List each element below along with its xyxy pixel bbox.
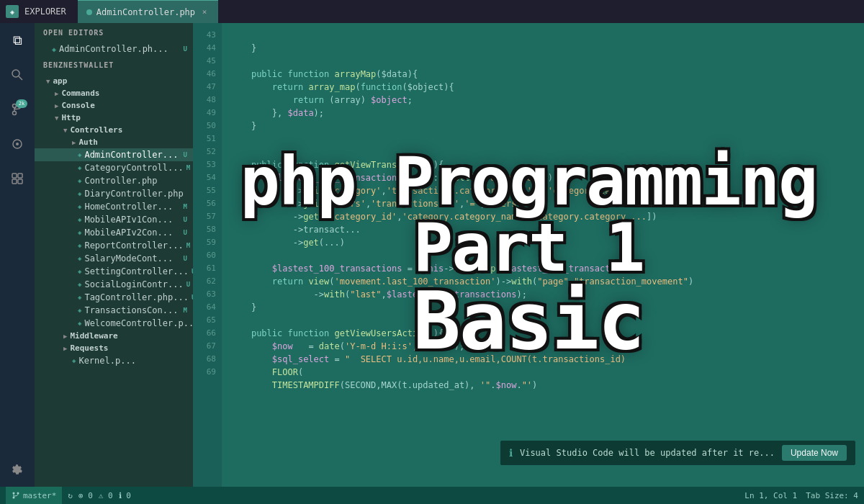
code-content: } public function arrayMap($data){ retur… bbox=[222, 23, 864, 487]
explorer-label: EXPLORER bbox=[24, 6, 66, 17]
update-now-button[interactable]: Update Now bbox=[782, 445, 847, 461]
sidebar-group-commands[interactable]: ▶ Commands bbox=[35, 87, 193, 99]
status-bar-left: master* ↻ ⊗ 0 ⚠ 0 ℹ 0 bbox=[6, 487, 131, 504]
update-notification: ℹ Visual Studio Code will be updated aft… bbox=[500, 441, 855, 465]
svg-point-12 bbox=[13, 492, 15, 495]
sidebar-group-http[interactable]: ▼ Http bbox=[35, 112, 193, 124]
title-bar: ◈ EXPLORER AdminController.php × bbox=[0, 0, 864, 23]
status-warnings[interactable]: ⚠ 0 bbox=[99, 491, 113, 500]
tab-filename: AdminController.php bbox=[96, 7, 195, 17]
line-numbers: 43 44 45 46 47 48 49 50 51 52 53 54 55 5… bbox=[193, 23, 222, 487]
activity-source-control-icon[interactable]: 2k bbox=[6, 98, 29, 121]
activity-extensions-icon[interactable] bbox=[6, 167, 29, 190]
status-info[interactable]: ℹ 0 bbox=[119, 491, 131, 500]
sidebar-item-mobileapiv2[interactable]: ◈ MobileAPIv2Con... U bbox=[35, 226, 193, 239]
status-tab-size[interactable]: Tab Size: 4 bbox=[806, 491, 858, 500]
editor-area: 43 44 45 46 47 48 49 50 51 52 53 54 55 5… bbox=[193, 23, 864, 487]
svg-point-7 bbox=[16, 143, 19, 145]
notification-info-icon: ℹ bbox=[509, 447, 513, 459]
app-container: ◈ EXPLORER AdminController.php × ⧉ bbox=[0, 0, 864, 504]
svg-line-1 bbox=[19, 76, 22, 80]
svg-point-13 bbox=[17, 492, 19, 495]
sidebar-item-settingcontroller[interactable]: ◈ SettingController... U bbox=[35, 265, 193, 278]
sidebar-item-homecontroller[interactable]: ◈ HomeController... M bbox=[35, 200, 193, 213]
activity-debug-icon[interactable] bbox=[6, 132, 29, 156]
sidebar-item-kernel[interactable]: ◈ Kernel.p... bbox=[35, 354, 193, 367]
sidebar: OPEN EDITORS ◈ AdminController.ph... U B… bbox=[35, 23, 193, 487]
sidebar-group-console[interactable]: ▶ Console bbox=[35, 99, 193, 112]
activity-bar: ⧉ 2k bbox=[0, 23, 35, 487]
source-control-badge: 2k bbox=[16, 99, 27, 108]
sidebar-item-transactionscon[interactable]: ◈ TransactionsCon... M bbox=[35, 304, 193, 317]
app-icon: ◈ bbox=[6, 5, 19, 18]
activity-files-icon[interactable]: ⧉ bbox=[6, 29, 29, 52]
editor-tab[interactable]: AdminController.php × bbox=[78, 0, 218, 23]
sidebar-item-reportcontroller[interactable]: ◈ ReportController... M bbox=[35, 239, 193, 252]
sidebar-group-middleware[interactable]: ▶ Middleware bbox=[35, 330, 193, 342]
sidebar-item-categorycontroller[interactable]: ◈ CategoryControll... M bbox=[35, 161, 193, 174]
status-position[interactable]: Ln 1, Col 1 bbox=[744, 491, 797, 500]
tab-close-button[interactable]: × bbox=[199, 7, 210, 17]
tab-modified-dot bbox=[86, 9, 92, 15]
sidebar-group-app[interactable]: ▼ app bbox=[35, 75, 193, 87]
sidebar-group-controllers[interactable]: ▼ Controllers bbox=[35, 124, 193, 136]
workspace-header: BENZNESTWALLET bbox=[35, 55, 193, 75]
open-editors-header: OPEN EDITORS bbox=[35, 23, 193, 42]
status-errors[interactable]: ⊗ 0 bbox=[78, 491, 93, 500]
sidebar-item-controller[interactable]: ◈ Controller.php bbox=[35, 174, 193, 187]
branch-name: master* bbox=[23, 491, 56, 500]
sidebar-commands-label: Commands bbox=[61, 89, 99, 98]
sidebar-item-salarymode[interactable]: ◈ SalaryModeCont... U bbox=[35, 252, 193, 265]
status-bar: master* ↻ ⊗ 0 ⚠ 0 ℹ 0 Ln 1, Col 1 Tab Si… bbox=[0, 487, 864, 504]
svg-rect-9 bbox=[18, 174, 22, 178]
sidebar-group-auth[interactable]: ▶ Auth bbox=[35, 136, 193, 148]
sidebar-item-tagcontroller[interactable]: ◈ TagController.php... U bbox=[35, 291, 193, 304]
svg-rect-11 bbox=[18, 179, 22, 184]
sidebar-group-requests[interactable]: ▶ Requests bbox=[35, 342, 193, 354]
svg-point-14 bbox=[13, 497, 15, 499]
sidebar-item-mobileapiv1[interactable]: ◈ MobileAPIv1Con... U bbox=[35, 213, 193, 226]
notification-message: Visual Studio Code will be updated after… bbox=[520, 448, 775, 458]
svg-rect-8 bbox=[12, 174, 17, 178]
sidebar-item-welcomecontroller[interactable]: ◈ WelcomeController.p... bbox=[35, 317, 193, 330]
activity-settings-icon[interactable] bbox=[6, 458, 29, 481]
svg-rect-10 bbox=[12, 179, 17, 184]
status-bar-right: Ln 1, Col 1 Tab Size: 4 bbox=[744, 491, 858, 500]
svg-point-4 bbox=[13, 112, 17, 115]
activity-search-icon[interactable] bbox=[6, 63, 29, 86]
sidebar-item-admincontroller-open[interactable]: ◈ AdminController.ph... U bbox=[35, 42, 193, 55]
main-area: ⧉ 2k bbox=[0, 23, 864, 487]
status-sync[interactable]: ↻ bbox=[68, 491, 73, 500]
sidebar-item-sociallogin[interactable]: ◈ SocialLoginContr... U bbox=[35, 278, 193, 291]
svg-point-0 bbox=[12, 70, 19, 77]
code-background: 43 44 45 46 47 48 49 50 51 52 53 54 55 5… bbox=[193, 23, 864, 487]
sidebar-item-admincontroller[interactable]: ◈ AdminController... U bbox=[35, 148, 193, 161]
sidebar-item-diarycontroller[interactable]: ◈ DiaryController.php bbox=[35, 187, 193, 200]
branch-indicator[interactable]: master* bbox=[6, 487, 62, 504]
